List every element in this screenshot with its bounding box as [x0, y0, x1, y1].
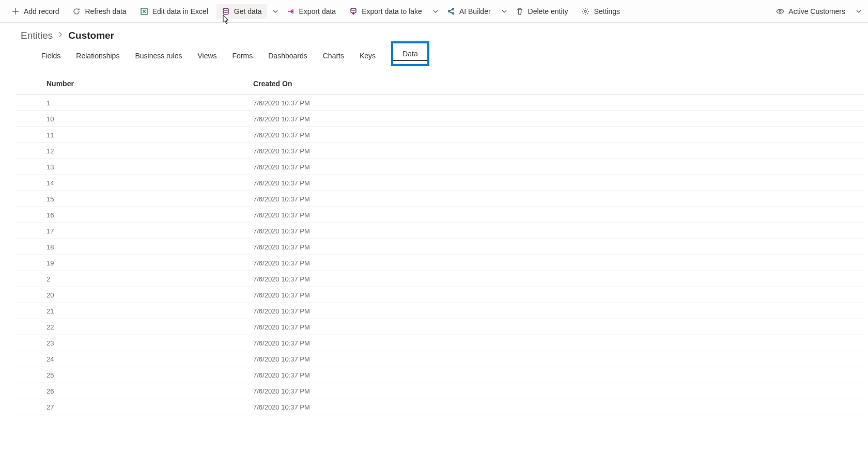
table-row[interactable]: 17/6/2020 10:37 PM	[16, 95, 864, 111]
table-row[interactable]: 107/6/2020 10:37 PM	[16, 111, 864, 127]
cell-number: 15	[47, 195, 253, 203]
tab-keys[interactable]: Keys	[360, 52, 376, 62]
table-row[interactable]: 27/6/2020 10:37 PM	[16, 271, 864, 287]
table-row[interactable]: 157/6/2020 10:37 PM	[16, 191, 864, 207]
data-grid-scroll[interactable]: Number Created On 17/6/2020 10:37 PM107/…	[16, 72, 864, 452]
column-header-created-on[interactable]: Created On	[253, 80, 864, 88]
excel-icon	[140, 7, 148, 15]
table-row[interactable]: 117/6/2020 10:37 PM	[16, 127, 864, 143]
settings-button[interactable]: Settings	[576, 4, 625, 19]
cell-number: 22	[47, 323, 253, 331]
ai-builder-label: AI Builder	[459, 7, 491, 15]
export-lake-button[interactable]: Export data to lake	[344, 4, 427, 19]
edit-excel-label: Edit data in Excel	[152, 7, 208, 15]
cell-created-on: 7/6/2020 10:37 PM	[253, 211, 864, 219]
cell-created-on: 7/6/2020 10:37 PM	[253, 147, 864, 155]
export-lake-label: Export data to lake	[362, 7, 422, 15]
tab-charts[interactable]: Charts	[323, 52, 344, 62]
tab-views[interactable]: Views	[197, 52, 216, 62]
tab-business-rules[interactable]: Business rules	[135, 52, 182, 62]
svg-point-4	[452, 8, 454, 10]
table-row[interactable]: 267/6/2020 10:37 PM	[16, 383, 864, 399]
export-data-label: Export data	[299, 7, 336, 15]
cell-number: 13	[47, 163, 253, 171]
table-row[interactable]: 187/6/2020 10:37 PM	[16, 239, 864, 255]
ai-builder-icon	[447, 7, 455, 15]
cell-created-on: 7/6/2020 10:37 PM	[253, 115, 864, 123]
delete-entity-button[interactable]: Delete entity	[510, 4, 574, 19]
database-icon	[222, 7, 230, 15]
cell-number: 12	[47, 147, 253, 155]
active-view-label: Active Customers	[788, 7, 845, 15]
svg-point-6	[584, 10, 586, 12]
tab-forms[interactable]: Forms	[233, 52, 253, 62]
svg-point-7	[779, 10, 781, 12]
edit-excel-button[interactable]: Edit data in Excel	[135, 4, 213, 19]
add-record-button[interactable]: Add record	[6, 4, 64, 19]
cell-created-on: 7/6/2020 10:37 PM	[253, 323, 864, 331]
table-row[interactable]: 207/6/2020 10:37 PM	[16, 287, 864, 303]
table-row[interactable]: 197/6/2020 10:37 PM	[16, 255, 864, 271]
breadcrumb-current: Customer	[68, 30, 114, 41]
cell-created-on: 7/6/2020 10:37 PM	[253, 227, 864, 235]
table-row[interactable]: 237/6/2020 10:37 PM	[16, 335, 864, 351]
ai-builder-button[interactable]: AI Builder	[442, 4, 496, 19]
entity-tabs: Fields Relationships Business rules View…	[41, 49, 847, 65]
tab-fields[interactable]: Fields	[41, 52, 60, 62]
table-row[interactable]: 217/6/2020 10:37 PM	[16, 303, 864, 319]
delete-entity-label: Delete entity	[528, 7, 568, 15]
refresh-data-button[interactable]: Refresh data	[67, 4, 131, 19]
table-row[interactable]: 147/6/2020 10:37 PM	[16, 175, 864, 191]
breadcrumb-root[interactable]: Entities	[21, 30, 53, 41]
export-lake-chevron[interactable]	[432, 8, 439, 14]
cell-created-on: 7/6/2020 10:37 PM	[253, 403, 864, 411]
command-bar-right: Active Customers	[771, 4, 862, 19]
table-row[interactable]: 177/6/2020 10:37 PM	[16, 223, 864, 239]
get-data-label: Get data	[234, 7, 262, 15]
get-data-chevron[interactable]	[272, 8, 278, 14]
cell-created-on: 7/6/2020 10:37 PM	[253, 163, 864, 171]
get-data-button[interactable]: Get data	[216, 4, 267, 19]
table-row[interactable]: 167/6/2020 10:37 PM	[16, 207, 864, 223]
cell-number: 11	[47, 131, 253, 139]
trash-icon	[516, 7, 524, 15]
cell-number: 23	[47, 339, 253, 347]
breadcrumb-area: Entities Customer Fields Relationships B…	[0, 23, 868, 65]
cell-created-on: 7/6/2020 10:37 PM	[253, 355, 864, 363]
cell-number: 26	[47, 387, 253, 395]
active-view-chevron[interactable]	[856, 8, 862, 14]
refresh-icon	[72, 7, 81, 15]
cell-number: 25	[47, 371, 253, 379]
table-row[interactable]: 257/6/2020 10:37 PM	[16, 367, 864, 383]
tab-dashboards[interactable]: Dashboards	[268, 52, 307, 62]
table-row[interactable]: 227/6/2020 10:37 PM	[16, 319, 864, 335]
svg-point-3	[448, 10, 450, 12]
cell-created-on: 7/6/2020 10:37 PM	[253, 243, 864, 251]
tab-data[interactable]: Data	[391, 41, 429, 66]
table-row[interactable]: 127/6/2020 10:37 PM	[16, 143, 864, 159]
table-row[interactable]: 137/6/2020 10:37 PM	[16, 159, 864, 175]
cell-number: 21	[47, 307, 253, 315]
settings-label: Settings	[594, 7, 620, 15]
chevron-right-icon	[58, 30, 63, 41]
ai-builder-chevron[interactable]	[501, 8, 507, 14]
cell-number: 24	[47, 355, 253, 363]
refresh-data-label: Refresh data	[85, 7, 126, 15]
svg-point-5	[452, 12, 454, 14]
column-header-number[interactable]: Number	[47, 80, 253, 88]
export-data-button[interactable]: Export data	[282, 4, 342, 19]
svg-point-1	[223, 8, 228, 10]
data-grid-area: Number Created On 17/6/2020 10:37 PM107/…	[16, 72, 864, 452]
command-bar: Add record Refresh data Edit data in Exc…	[0, 0, 868, 23]
table-row[interactable]: 277/6/2020 10:37 PM	[16, 399, 864, 415]
eye-icon	[776, 7, 784, 15]
active-view-button[interactable]: Active Customers	[771, 4, 850, 19]
cell-number: 20	[47, 291, 253, 299]
cell-created-on: 7/6/2020 10:37 PM	[253, 131, 864, 139]
tab-relationships[interactable]: Relationships	[76, 52, 119, 62]
data-grid-header: Number Created On	[16, 72, 864, 95]
cell-number: 17	[47, 227, 253, 235]
plus-icon	[11, 7, 20, 15]
cell-created-on: 7/6/2020 10:37 PM	[253, 307, 864, 315]
table-row[interactable]: 247/6/2020 10:37 PM	[16, 351, 864, 367]
